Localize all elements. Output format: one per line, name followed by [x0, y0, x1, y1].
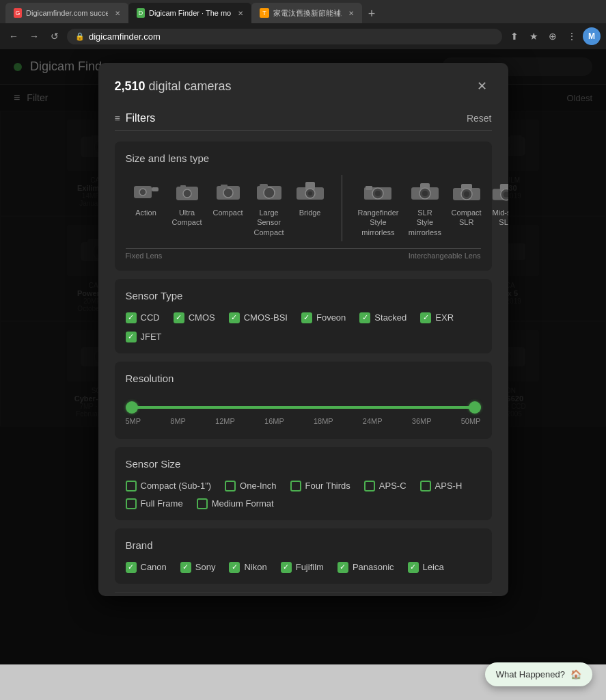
fujifilm-checkbox[interactable]	[281, 562, 292, 573]
checkbox-ccd[interactable]: CCD	[126, 312, 160, 323]
checkbox-jfet[interactable]: JFET	[126, 332, 162, 342]
foveon-checkbox[interactable]	[301, 312, 312, 323]
checkbox-cmos-bsi[interactable]: CMOS-BSI	[229, 312, 288, 323]
stacked-checkbox[interactable]	[359, 312, 370, 323]
mp-12: 12MP	[215, 417, 235, 425]
checkbox-one-inch[interactable]: One-Inch	[225, 481, 276, 492]
checkbox-stacked[interactable]: Stacked	[359, 312, 407, 323]
tab-chinese[interactable]: T 家電汰舊換新節能補助 買冷氣機... ✕	[251, 3, 362, 23]
one-inch-label: One-Inch	[240, 481, 276, 491]
more-icon[interactable]: ⋮	[564, 28, 580, 44]
tab-digicam-finder[interactable]: D Digicam Finder · The most com... ✕	[128, 3, 251, 23]
checkbox-fujifilm[interactable]: Fujifilm	[281, 562, 324, 573]
bridge-label: Bridge	[299, 208, 321, 217]
sony-checkbox[interactable]	[180, 562, 191, 573]
reset-button[interactable]: Reset	[467, 113, 492, 124]
checkbox-canon[interactable]: Canon	[126, 562, 167, 573]
mp-16: 16MP	[264, 417, 284, 425]
ccd-checkbox[interactable]	[126, 312, 137, 323]
four-thirds-checkbox[interactable]	[290, 481, 301, 492]
aps-h-checkbox[interactable]	[420, 481, 431, 492]
resolution-slider[interactable]: 5MP 8MP 12MP 16MP 18MP 24MP 36MP 50MP	[126, 395, 481, 428]
mp-18: 18MP	[314, 417, 333, 425]
camera-type-bridge[interactable]: Bridge	[290, 175, 331, 221]
brand-title: Brand	[126, 539, 481, 551]
camera-type-action[interactable]: Action	[126, 175, 167, 221]
modal-overlay[interactable]: 2,510 digital cameras ✕ ≡ Filters Reset …	[0, 49, 606, 664]
camera-type-slr-mirrorless[interactable]: SLR Stylemirrorless	[403, 175, 446, 241]
extensions-icon[interactable]: ⊕	[545, 28, 561, 44]
slr-mirrorless-icon	[410, 179, 440, 204]
bridge-icon	[295, 179, 325, 204]
checkbox-exr[interactable]: EXR	[420, 312, 454, 323]
canon-checkbox[interactable]	[126, 562, 137, 573]
checkbox-compact-sub1[interactable]: Compact (Sub-1")	[126, 481, 212, 492]
checkbox-medium-format[interactable]: Medium Format	[197, 498, 274, 509]
compact-sub1-label: Compact (Sub-1")	[141, 481, 212, 491]
cmos-bsi-label: CMOS-BSI	[244, 312, 288, 323]
chat-widget[interactable]: What Happened? 🏠	[485, 662, 592, 686]
sensor-size-title: Sensor Size	[126, 458, 481, 470]
full-frame-label: Full Frame	[141, 498, 183, 509]
modal-close-button[interactable]: ✕	[473, 77, 492, 96]
canon-label: Canon	[141, 562, 167, 572]
jfet-label: JFET	[141, 332, 162, 342]
new-tab-button[interactable]: +	[362, 4, 381, 23]
tab-close-1[interactable]: ✕	[115, 10, 120, 17]
rangefinder-label: RangefinderStylemirrorless	[357, 208, 398, 237]
modal: 2,510 digital cameras ✕ ≡ Filters Reset …	[98, 63, 508, 596]
forward-button[interactable]: →	[26, 28, 42, 44]
leica-checkbox[interactable]	[408, 562, 419, 573]
url-box[interactable]: 🔒 digicamfinder.com	[67, 29, 502, 44]
tab-digicamfinder-old[interactable]: G Digicamfinder.com successfull... ✕	[5, 3, 128, 23]
svg-point-31	[183, 189, 191, 198]
svg-rect-32	[180, 185, 186, 189]
svg-point-37	[264, 187, 275, 198]
compact-sub1-checkbox[interactable]	[126, 481, 137, 492]
large-sensor-icon	[254, 179, 284, 204]
cmos-checkbox[interactable]	[174, 312, 184, 323]
checkbox-cmos[interactable]: CMOS	[174, 312, 215, 323]
camera-type-ultra-compact[interactable]: UltraCompact	[167, 175, 208, 232]
camera-type-compact-slr[interactable]: CompactSLR	[446, 175, 486, 232]
tab-close-3[interactable]: ✕	[348, 10, 354, 17]
checkbox-foveon[interactable]: Foveon	[301, 312, 346, 323]
camera-type-midsize-slr[interactable]: Mid-sizeSLR	[486, 175, 508, 232]
slider-handle-left[interactable]	[126, 401, 138, 414]
checkbox-panasonic[interactable]: Panasonic	[338, 562, 394, 573]
tab-close-2[interactable]: ✕	[238, 10, 243, 17]
bookmark-icon[interactable]: ★	[525, 28, 542, 44]
medium-format-checkbox[interactable]	[197, 498, 208, 509]
aps-c-checkbox[interactable]	[364, 481, 375, 492]
compact-slr-icon	[452, 179, 482, 204]
cmos-bsi-checkbox[interactable]	[229, 312, 240, 323]
checkbox-aps-c[interactable]: APS-C	[364, 481, 407, 492]
one-inch-checkbox[interactable]	[225, 481, 236, 492]
checkbox-full-frame[interactable]: Full Frame	[126, 498, 183, 509]
camera-type-large-sensor[interactable]: LargeSensorCompact	[249, 175, 290, 241]
camera-type-compact[interactable]: Compact	[208, 175, 249, 221]
aps-h-label: APS-H	[435, 481, 463, 491]
action-camera-icon	[131, 179, 161, 204]
camera-type-rangefinder[interactable]: RangefinderStylemirrorless	[353, 175, 404, 241]
share-icon[interactable]: ⬆	[506, 28, 523, 44]
checkbox-four-thirds[interactable]: Four Thirds	[290, 481, 350, 492]
checkbox-sony[interactable]: Sony	[180, 562, 216, 573]
profile-button[interactable]: M	[583, 27, 601, 45]
checkbox-nikon[interactable]: Nikon	[229, 562, 266, 573]
reload-button[interactable]: ↺	[46, 28, 63, 44]
cmos-label: CMOS	[189, 312, 215, 323]
sony-label: Sony	[195, 562, 216, 572]
fixed-lens-label: Fixed Lens	[126, 252, 163, 260]
mp-50: 50MP	[461, 417, 481, 425]
full-frame-checkbox[interactable]	[126, 498, 137, 509]
jfet-checkbox[interactable]	[126, 332, 137, 342]
checkbox-aps-h[interactable]: APS-H	[420, 481, 463, 492]
back-button[interactable]: ←	[5, 28, 22, 44]
slider-handle-right[interactable]	[469, 401, 481, 414]
checkbox-leica[interactable]: Leica	[408, 562, 444, 573]
large-sensor-label: LargeSensorCompact	[254, 208, 284, 237]
exr-checkbox[interactable]	[420, 312, 431, 323]
nikon-checkbox[interactable]	[229, 562, 240, 573]
panasonic-checkbox[interactable]	[338, 562, 348, 573]
